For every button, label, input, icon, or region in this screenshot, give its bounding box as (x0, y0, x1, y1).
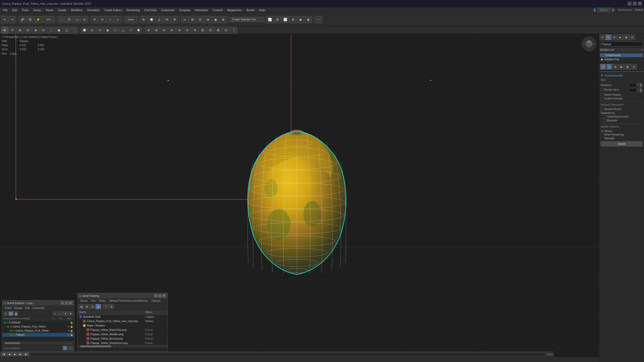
menu-modifiers[interactable]: Modifiers (69, 8, 85, 12)
percent-snap[interactable]: % (163, 16, 170, 23)
mirror-button[interactable]: ⇔ (181, 16, 188, 23)
ts-update-button[interactable]: Update (601, 141, 642, 146)
sub-btn-11[interactable]: 🔲 (81, 27, 88, 34)
rect-select-button[interactable]: ▭ (73, 16, 80, 23)
se-menu-select[interactable]: Select (3, 306, 13, 310)
at-scrollbar-h[interactable] (78, 345, 167, 347)
at-row-roughness[interactable]: T Papaya_Yellow_Roughness.png Found (78, 341, 167, 345)
at-btn-4[interactable]: ⊠ (96, 304, 101, 309)
align-to-view[interactable]: ⊕ (220, 16, 227, 23)
ts-iterations-down[interactable]: ▼ (639, 85, 642, 87)
sub-btn-8[interactable]: ▣ (55, 27, 62, 34)
ts-when-rendering-radio[interactable] (601, 133, 603, 136)
asset-tracking-titlebar[interactable]: ⊞ Asset Tracking — □ ✕ (78, 293, 167, 298)
menu-views[interactable]: Views (44, 8, 55, 12)
close-button[interactable]: ✕ (638, 2, 642, 6)
rp-display-icon[interactable]: ◉ (623, 35, 629, 40)
mod-trash-btn[interactable]: 🗑 (625, 64, 631, 70)
ts-smoothing-groups-checkbox[interactable] (603, 115, 606, 118)
at-minimize[interactable]: — (154, 294, 158, 298)
se-filter-btn[interactable]: ☰ (9, 311, 13, 316)
ts-materials-checkbox[interactable] (603, 119, 606, 122)
at-row-maps[interactable]: 📁 Maps / Shaders (78, 323, 167, 328)
sub-btn-13[interactable]: ⊙ (96, 27, 103, 34)
tree-item-papaya[interactable]: ⊟ Papaya ❄ 🔒 (2, 333, 74, 337)
mod-pin-btn[interactable]: 📌 (600, 64, 606, 70)
menu-civil-view[interactable]: Civil View (142, 8, 158, 12)
ts-manually-radio[interactable] (601, 137, 603, 140)
object-name-input[interactable] (600, 42, 643, 46)
at-row-basecolor[interactable]: T Papaya_Yellow_BaseColor.png Found (78, 328, 167, 332)
at-settings-btn[interactable]: ⚙ (109, 304, 114, 309)
at-table[interactable]: Name Status V Autodesk Vault Logged... M… (78, 310, 167, 345)
sub-btn-27[interactable]: ⊟ (207, 27, 214, 34)
sub-btn-14[interactable]: ◉ (104, 27, 111, 34)
at-row-maxfile[interactable]: M Carica_Papaya_Fruit_Yellow_max_vray.ma… (78, 319, 167, 323)
scene-tree[interactable]: ≡ 0 (default) 🔒 ⊞ Carica_Papaya_Fruit_Ye… (2, 321, 74, 341)
ts-explicit-normals-checkbox[interactable] (601, 97, 603, 100)
menu-arnold[interactable]: Arnold (244, 8, 257, 12)
sub-btn-7[interactable]: ⬚ (47, 27, 55, 34)
sub-btn-2[interactable]: ↺ (9, 27, 16, 34)
menu-customize[interactable]: Customize (159, 8, 177, 12)
sub-btn-4[interactable]: ⊟ (24, 27, 31, 34)
sub-btn-12[interactable]: ◎ (88, 27, 96, 34)
sub-btn-25[interactable]: ⊜ (191, 27, 199, 34)
se-menu-customize[interactable]: Customize (31, 306, 45, 310)
sub-btn-29[interactable]: ⊡ (222, 27, 230, 34)
rotate-button[interactable]: ↻ (99, 16, 106, 23)
scale-button[interactable]: ⤢ (107, 16, 114, 23)
menu-content[interactable]: Content (210, 8, 225, 12)
at-row-vault[interactable]: V Autodesk Vault Logged... (78, 315, 167, 319)
scene-explorer-close[interactable]: ✕ (69, 301, 72, 305)
sub-btn-20[interactable]: ⊗ (153, 27, 160, 34)
align-button[interactable]: ⊞ (189, 16, 196, 23)
layer-add-btn[interactable]: + (68, 346, 73, 350)
at-btn-1[interactable]: ▤ (79, 304, 84, 309)
sub-btn-26[interactable]: ⊞ (199, 27, 206, 34)
active-shade[interactable]: ◐ (305, 16, 312, 23)
pivot-button[interactable]: ⊕ (140, 16, 147, 23)
material-editor[interactable]: ⬜ (282, 16, 289, 23)
se-add-btn[interactable]: + (53, 311, 58, 316)
tree-item-carica-obj[interactable]: ⊟ Carica_Papaya_Fruit_Yellow ❄ 🔒 (2, 329, 74, 333)
ts-iterations-input[interactable] (629, 83, 639, 87)
menu-scripting[interactable]: Scripting (177, 8, 192, 12)
sub-btn-1[interactable]: ⊕ (1, 27, 8, 34)
menu-group[interactable]: Group (31, 8, 43, 12)
at-help-btn[interactable]: ? (103, 304, 108, 309)
place-highlight[interactable]: ◈ (204, 16, 211, 23)
at-menu-file[interactable]: File (90, 299, 97, 303)
timeline-start[interactable]: |◀ (1, 352, 6, 356)
rp-motion-icon[interactable]: ▶ (617, 35, 623, 40)
modifier-turbosmooth[interactable]: TurboSmooth (600, 53, 643, 57)
undo-button[interactable]: ↩ (1, 16, 8, 23)
sub-btn-24[interactable]: ⊝ (184, 27, 191, 34)
menu-file[interactable]: File (1, 8, 10, 12)
at-btn-3[interactable]: ⊟ (90, 304, 95, 309)
sub-btn-3[interactable]: ⊞ (17, 27, 24, 34)
sub-btn-10[interactable]: ⬛ (71, 27, 78, 34)
carica-group-eye[interactable] (6, 326, 10, 328)
sub-btn-18[interactable]: ⬢ (135, 27, 142, 34)
render-frame[interactable]: ▶ (297, 16, 304, 23)
ts-always-radio[interactable] (601, 130, 603, 132)
menu-create[interactable]: Create (56, 8, 68, 12)
reference-coord-dropdown[interactable]: View▾ (124, 16, 137, 23)
modifier-list-label[interactable]: Modifier List ▾ (599, 48, 644, 52)
menu-graph-editors[interactable]: Graph Editors (102, 8, 124, 12)
se-collapse-btn[interactable]: ⬆ (68, 311, 73, 316)
se-lock-btn[interactable]: 🔒 (14, 311, 18, 316)
align-camera[interactable]: ◉ (212, 16, 219, 23)
rp-utilities-icon[interactable]: ⚙ (629, 35, 635, 40)
rp-modify-icon[interactable]: 🔧 (606, 35, 611, 40)
timeline-play[interactable]: ▶ (12, 352, 18, 356)
se-menu-edit[interactable]: Edit (24, 306, 31, 310)
sub-btn-21[interactable]: ⊘ (160, 27, 168, 34)
at-row-metallic[interactable]: T Papaya_Yellow_Metallic.png Found (78, 332, 167, 336)
timeline-end[interactable]: ▶| (24, 352, 29, 356)
mod-more-btn[interactable]: ⊡ (631, 64, 637, 70)
create-selection-set-input[interactable] (230, 17, 263, 22)
timeline-prev[interactable]: ◀ (7, 352, 12, 356)
sign-in-button[interactable]: Sign In (598, 8, 610, 12)
